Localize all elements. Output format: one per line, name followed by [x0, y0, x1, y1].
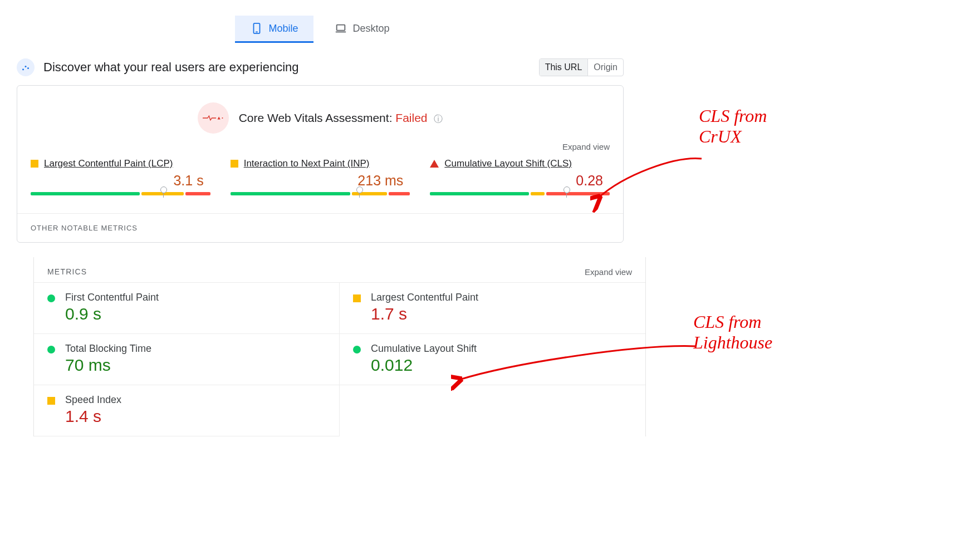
assessment-row: Core Web Vitals Assessment: Failed ⓘ Exp… — [17, 99, 623, 138]
lh-metric-name: Total Blocking Time — [65, 343, 151, 355]
square-icon — [31, 160, 38, 168]
svg-point-7 — [222, 117, 223, 119]
lighthouse-card: METRICS Expand view First Contentful Pai… — [33, 257, 646, 436]
lh-metric-name: First Contentful Paint — [65, 292, 159, 303]
other-metrics-header: OTHER NOTABLE METRICS — [17, 213, 623, 235]
percentile-pin — [160, 186, 167, 198]
vital-name[interactable]: Cumulative Layout Shift (CLS) — [444, 158, 572, 169]
svg-point-5 — [25, 66, 27, 67]
percentile-pin — [356, 186, 363, 198]
vital-name[interactable]: Interaction to Next Paint (INP) — [244, 158, 370, 169]
lh-metric-value: 70 ms — [65, 356, 151, 375]
vital-value: 0.28 — [430, 173, 603, 189]
distribution-bar — [231, 192, 410, 195]
expand-view-link[interactable]: Expand view — [562, 142, 610, 151]
lh-metric-0: First Contentful Paint 0.9 s — [34, 283, 340, 334]
insights-icon — [17, 58, 35, 76]
lh-metric-name: Cumulative Layout Shift — [371, 343, 477, 355]
crux-title: Discover what your real users are experi… — [43, 60, 299, 75]
square-icon — [47, 397, 55, 405]
device-tabs: Mobile Desktop — [17, 11, 624, 52]
lh-metric-2: Total Blocking Time 70 ms — [34, 334, 340, 385]
square-icon — [353, 294, 361, 302]
vitals-row: Largest Contentful Paint (LCP) 3.1 s Int… — [17, 138, 623, 205]
tab-desktop-label: Desktop — [352, 23, 389, 35]
laptop-icon — [335, 22, 347, 35]
vital-value: 3.1 s — [31, 173, 204, 189]
lh-metric-value: 0.012 — [371, 356, 477, 375]
lighthouse-grid: First Contentful Paint 0.9 s Largest Con… — [34, 283, 645, 436]
lh-metric-3: Cumulative Layout Shift 0.012 — [340, 334, 645, 385]
vital-2: Cumulative Layout Shift (CLS) 0.28 — [430, 158, 610, 195]
crux-header: Discover what your real users are experi… — [17, 52, 624, 85]
tab-mobile-label: Mobile — [268, 23, 298, 35]
lh-metric-1: Largest Contentful Paint 1.7 s — [340, 283, 645, 334]
distribution-bar — [430, 192, 610, 195]
tab-mobile[interactable]: Mobile — [235, 16, 313, 43]
svg-point-4 — [22, 68, 24, 70]
vital-value: 213 ms — [231, 173, 404, 189]
circle-icon — [47, 346, 55, 353]
vital-name[interactable]: Largest Contentful Paint (LCP) — [44, 158, 173, 169]
crux-card: Core Web Vitals Assessment: Failed ⓘ Exp… — [17, 85, 624, 243]
scope-origin[interactable]: Origin — [587, 59, 623, 76]
lh-metric-value: 1.7 s — [371, 305, 478, 323]
annotation-crux: CLS from CrUX — [699, 106, 767, 147]
assessment-status: Failed — [395, 111, 427, 124]
vital-0: Largest Contentful Paint (LCP) 3.1 s — [31, 158, 210, 195]
page-content: Mobile Desktop Discover what your real u… — [0, 0, 640, 448]
pulse-icon — [198, 102, 229, 134]
svg-point-6 — [27, 67, 29, 69]
lh-metric-name: Largest Contentful Paint — [371, 292, 478, 303]
square-icon — [231, 160, 238, 168]
lh-metric-4: Speed Index 1.4 s — [34, 385, 340, 436]
vital-1: Interaction to Next Paint (INP) 213 ms — [231, 158, 410, 195]
lh-metric-value: 0.9 s — [65, 305, 159, 323]
assessment-text: Core Web Vitals Assessment: Failed ⓘ — [239, 111, 443, 125]
percentile-pin — [564, 186, 570, 198]
circle-icon — [353, 346, 361, 353]
svg-rect-2 — [337, 25, 345, 31]
annotation-lighthouse: CLS from Lighthouse — [693, 312, 772, 353]
assessment-label: Core Web Vitals Assessment: — [239, 111, 396, 124]
lh-metric-value: 1.4 s — [65, 407, 121, 426]
circle-icon — [47, 294, 55, 302]
tab-desktop[interactable]: Desktop — [319, 16, 405, 43]
scope-url[interactable]: This URL — [540, 59, 588, 76]
lh-metric-name: Speed Index — [65, 394, 121, 406]
lighthouse-title: METRICS — [47, 267, 87, 277]
triangle-icon — [430, 160, 439, 168]
distribution-bar — [31, 192, 210, 195]
lighthouse-expand[interactable]: Expand view — [585, 267, 632, 277]
help-icon[interactable]: ⓘ — [434, 114, 443, 124]
smartphone-icon — [251, 22, 263, 35]
scope-toggle: This URL Origin — [539, 58, 624, 76]
